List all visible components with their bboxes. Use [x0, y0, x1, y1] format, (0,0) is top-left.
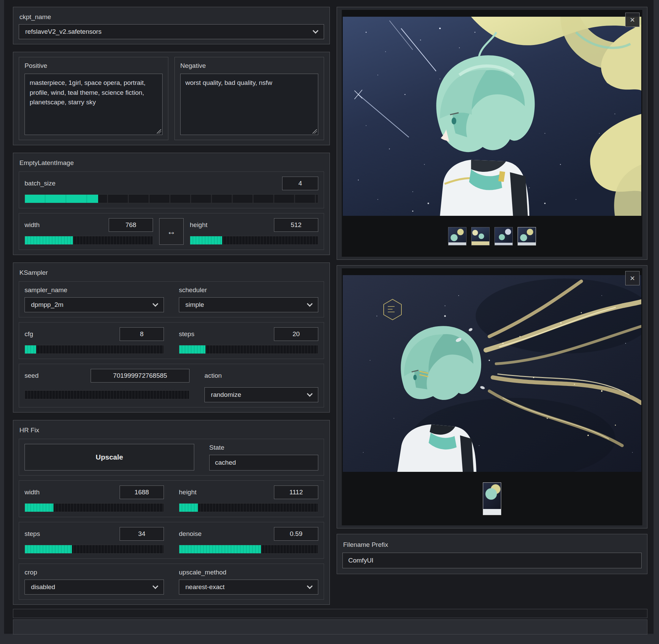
height-slider[interactable]	[190, 236, 318, 245]
settings-column: ckpt_name refslaveV2_v2.safetensors Posi…	[13, 7, 330, 605]
close-button[interactable]: ✕	[625, 271, 640, 285]
checkpoint-select[interactable]: refslaveV2_v2.safetensors	[19, 24, 324, 39]
seed-label: seed	[25, 372, 39, 379]
upscale-method-value: nearest-exact	[185, 583, 225, 591]
positive-label: Positive	[25, 62, 163, 70]
batch-size-panel: batch_size 4	[19, 171, 324, 208]
preview-image-1	[343, 17, 641, 216]
width-input[interactable]: 768	[109, 218, 153, 232]
hr-size-panel: width 1688 height 1112	[19, 480, 324, 517]
hr-width-input[interactable]: 1688	[120, 485, 164, 499]
sampler-name-select[interactable]: dpmpp_2m	[25, 297, 164, 312]
chevron-down-icon	[313, 28, 319, 34]
thumbnail-selected[interactable]	[518, 227, 536, 245]
action-select[interactable]: randomize	[204, 387, 318, 402]
cfg-steps-panel: cfg 8 steps 20	[19, 322, 324, 359]
preview-viewport-1: ✕	[342, 10, 642, 257]
cfg-label: cfg	[25, 330, 33, 338]
batch-size-slider[interactable]	[25, 194, 318, 203]
width-slider[interactable]	[25, 236, 153, 245]
ksampler-group: KSampler sampler_name dpmpp_2m scheduler…	[13, 263, 330, 413]
width-label: width	[25, 221, 40, 229]
hr-fix-group: HR Fix State Upscale cached width 1688	[13, 420, 330, 605]
hr-width-label: width	[25, 489, 40, 496]
steps-slider-fill	[179, 345, 205, 354]
checkpoint-label: ckpt_name	[19, 13, 324, 21]
filename-prefix-group: Filename Prefix ComfyUI	[337, 534, 647, 574]
sampler-panel: sampler_name dpmpp_2m scheduler simple	[19, 281, 324, 317]
hr-height-slider-fill	[179, 504, 198, 512]
denoise-slider-fill	[179, 545, 261, 553]
crop-label: crop	[25, 569, 164, 576]
gallery-column: ✕	[337, 7, 647, 605]
thumbnail-strip-2	[483, 482, 501, 515]
swap-arrows-icon: ↔	[167, 226, 176, 237]
empty-latent-title: EmptyLatentImage	[19, 159, 324, 167]
preview-viewport-2: ✕	[342, 268, 642, 525]
crop-select[interactable]: disabled	[25, 580, 164, 595]
scheduler-label: scheduler	[179, 286, 318, 294]
upscale-method-label: upscale_method	[179, 569, 318, 576]
hr-steps-label: steps	[25, 530, 40, 538]
chevron-down-icon	[153, 301, 158, 307]
bottom-status-strip	[13, 609, 647, 618]
denoise-input[interactable]: 0.59	[274, 527, 318, 541]
batch-size-input[interactable]: 4	[282, 177, 318, 190]
scheduler-value: simple	[185, 301, 204, 309]
thumbnail[interactable]	[494, 227, 513, 245]
hr-steps-slider[interactable]	[25, 545, 164, 554]
negative-prompt-input[interactable]: worst quality, bad quality, nsfw	[180, 74, 318, 135]
hr-steps-input[interactable]: 34	[120, 527, 164, 541]
hr-height-slider[interactable]	[179, 503, 318, 512]
batch-size-label: batch_size	[25, 180, 56, 187]
chevron-down-icon	[307, 583, 313, 589]
positive-prompt-card: Positive masterpiece, 1girl, space opera…	[19, 57, 168, 140]
height-slider-fill	[190, 236, 222, 244]
seed-slider[interactable]	[25, 390, 189, 399]
seed-input[interactable]: 701999972768585	[91, 369, 189, 383]
cfg-slider[interactable]	[25, 345, 164, 354]
swap-orientation-button[interactable]: ↔	[159, 218, 184, 245]
app-window: ckpt_name refslaveV2_v2.safetensors Posi…	[4, 0, 654, 634]
upscale-button[interactable]: Upscale	[25, 444, 194, 470]
height-input[interactable]: 512	[274, 218, 318, 232]
empty-latent-group: EmptyLatentImage batch_size 4 width 76	[13, 153, 330, 255]
denoise-slider[interactable]	[179, 545, 318, 554]
thumbnail[interactable]	[471, 227, 490, 245]
steps-slider[interactable]	[179, 345, 318, 354]
action-value: randomize	[211, 391, 241, 399]
scheduler-select[interactable]: simple	[179, 297, 318, 312]
seed-panel: seed 701999972768585 action randomize	[19, 364, 324, 407]
sampler-name-label: sampler_name	[25, 286, 164, 294]
bottom-panel-strip	[13, 619, 647, 634]
thumbnail-strip-1	[448, 227, 536, 245]
checkpoint-group: ckpt_name refslaveV2_v2.safetensors	[13, 7, 330, 44]
preview-card-2: ✕	[337, 265, 647, 528]
state-input[interactable]: cached	[209, 455, 318, 470]
hr-height-input[interactable]: 1112	[274, 485, 318, 499]
positive-prompt-input[interactable]: masterpiece, 1girl, space opera, portrai…	[25, 74, 163, 135]
sampler-name-value: dpmpp_2m	[31, 301, 63, 309]
chevron-down-icon	[153, 583, 158, 589]
state-label: State	[209, 444, 318, 451]
filename-prefix-input[interactable]: ComfyUI	[342, 553, 642, 568]
negative-label: Negative	[180, 62, 318, 70]
action-label: action	[204, 372, 318, 379]
close-button[interactable]: ✕	[625, 13, 640, 27]
checkpoint-value: refslaveV2_v2.safetensors	[25, 28, 102, 35]
crop-value: disabled	[31, 583, 55, 591]
thumbnail[interactable]	[448, 227, 466, 245]
chevron-down-icon	[307, 391, 312, 397]
steps-label: steps	[179, 330, 194, 338]
steps-input[interactable]: 20	[274, 327, 318, 341]
thumbnail-selected[interactable]	[483, 482, 501, 515]
batch-size-slider-fill	[25, 195, 98, 203]
prompts-group: Positive masterpiece, 1girl, space opera…	[13, 52, 330, 145]
upscale-method-select[interactable]: nearest-exact	[179, 580, 318, 595]
height-label: height	[190, 221, 208, 229]
hr-crop-method-panel: crop disabled upscale_method nearest-exa…	[19, 564, 324, 600]
cfg-input[interactable]: 8	[120, 327, 164, 341]
chevron-down-icon	[307, 301, 313, 307]
hr-width-slider[interactable]	[25, 503, 164, 512]
negative-prompt-card: Negative worst quality, bad quality, nsf…	[174, 57, 324, 140]
